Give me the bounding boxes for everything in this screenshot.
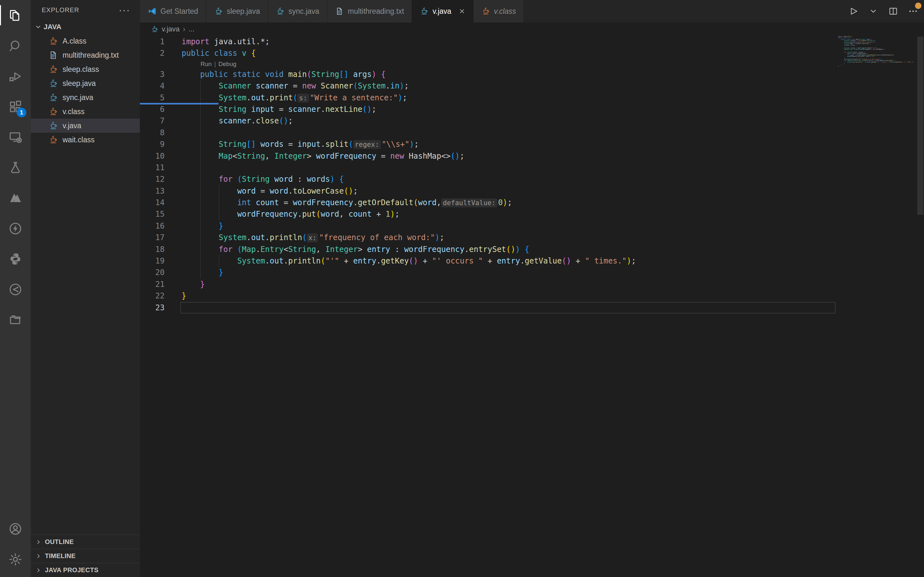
- line-content[interactable]: System.out.print(s:"Write a sentence:");: [182, 92, 924, 103]
- line-content[interactable]: [182, 127, 924, 139]
- line-content[interactable]: String input = scanner.nextLine();: [182, 103, 924, 115]
- line-content[interactable]: }: [182, 220, 924, 232]
- activity-item-explorer[interactable]: [0, 0, 31, 31]
- code-line-2[interactable]: 2public class v {: [140, 47, 924, 59]
- file-A.class[interactable]: A.class: [31, 34, 140, 48]
- activity-item-search[interactable]: [0, 31, 31, 61]
- line-number[interactable]: 22: [140, 290, 182, 301]
- line-number[interactable]: 1: [140, 36, 182, 47]
- tab-sleep-java[interactable]: sleep.java: [206, 0, 268, 23]
- file-sleep.class[interactable]: sleep.class: [31, 62, 140, 76]
- file-multithreading.txt[interactable]: multithreading.txt: [31, 48, 140, 62]
- activity-item-project-manager[interactable]: [0, 305, 31, 335]
- line-number[interactable]: 21: [140, 279, 182, 290]
- code-line-21[interactable]: 21}: [140, 279, 924, 290]
- folder-java[interactable]: JAVA: [31, 20, 140, 34]
- tab-v-java[interactable]: v.java: [412, 0, 473, 23]
- line-number[interactable]: 19: [140, 255, 182, 267]
- breadcrumb-file[interactable]: v.java: [162, 25, 180, 33]
- file-v.class[interactable]: v.class: [31, 105, 140, 119]
- split-editor-button[interactable]: [888, 6, 898, 16]
- line-number[interactable]: 13: [140, 185, 182, 197]
- file-wait.class[interactable]: wait.class: [31, 133, 140, 147]
- code-line-19[interactable]: 19System.out.println("'" + entry.getKey(…: [140, 255, 924, 267]
- line-number[interactable]: 5: [140, 92, 182, 103]
- code-line-12[interactable]: 12for (String word : words) {: [140, 173, 924, 185]
- tab-get-started[interactable]: Get Started: [140, 0, 206, 23]
- code-line-6[interactable]: 6String input = scanner.nextLine();: [140, 103, 924, 115]
- code-line-5[interactable]: 5System.out.print(s:"Write a sentence:")…: [140, 92, 924, 103]
- activity-item-settings[interactable]: [0, 544, 31, 574]
- activity-item-live-share[interactable]: [0, 274, 31, 305]
- close-icon[interactable]: [459, 8, 465, 15]
- line-content[interactable]: word = word.toLowerCase();: [182, 185, 924, 197]
- line-number[interactable]: 17: [140, 232, 182, 243]
- activity-item-extensions[interactable]: 1: [0, 91, 31, 122]
- code-line-10[interactable]: 10Map<String, Integer> wordFrequency = n…: [140, 150, 924, 162]
- line-content[interactable]: }: [182, 267, 924, 278]
- line-number[interactable]: 6: [140, 103, 182, 115]
- tab-v-class[interactable]: v.class: [473, 0, 524, 23]
- line-number[interactable]: 2: [140, 47, 182, 59]
- tab-multithreading-txt[interactable]: multithreading.txt: [327, 0, 412, 23]
- code-line-22[interactable]: 22}: [140, 290, 924, 301]
- line-content[interactable]: String[] words = input.split(regex:"\\s+…: [182, 139, 924, 150]
- section-timeline[interactable]: TIMELINE: [31, 549, 140, 563]
- line-content[interactable]: Map<String, Integer> wordFrequency = new…: [182, 150, 924, 162]
- run-file-button[interactable]: [848, 6, 859, 16]
- line-number[interactable]: 8: [140, 127, 182, 139]
- line-content[interactable]: for (Map.Entry<String, Integer> entry : …: [182, 243, 924, 255]
- explorer-more-actions[interactable]: ···: [119, 7, 130, 13]
- code-lens-run[interactable]: Run: [200, 61, 212, 67]
- line-number[interactable]: 12: [140, 173, 182, 185]
- code-line-1[interactable]: 1import java.util.*;: [140, 36, 924, 47]
- run-options-button[interactable]: [868, 6, 879, 16]
- line-number[interactable]: 4: [140, 80, 182, 92]
- activity-item-testing[interactable]: [0, 152, 31, 183]
- line-number[interactable]: 7: [140, 115, 182, 127]
- scrollbar-slider[interactable]: [917, 37, 923, 215]
- line-content[interactable]: }: [182, 290, 924, 301]
- line-content[interactable]: }: [182, 279, 924, 290]
- section-java-projects[interactable]: JAVA PROJECTS: [31, 563, 140, 577]
- line-content[interactable]: System.out.println("'" + entry.getKey() …: [182, 255, 924, 267]
- line-number[interactable]: 9: [140, 139, 182, 150]
- line-content[interactable]: import java.util.*;: [182, 36, 924, 47]
- line-number[interactable]: 18: [140, 243, 182, 255]
- breadcrumb-more[interactable]: ...: [189, 25, 194, 33]
- line-content[interactable]: wordFrequency.put(word, count + 1);: [182, 208, 924, 220]
- code-lens-debug[interactable]: Debug: [218, 61, 236, 67]
- line-number[interactable]: 14: [140, 197, 182, 208]
- activity-item-azure[interactable]: [0, 183, 31, 213]
- code-line-13[interactable]: 13word = word.toLowerCase();: [140, 185, 924, 197]
- line-content[interactable]: System.out.println(x:"frequency of each …: [182, 232, 924, 243]
- line-content[interactable]: for (String word : words) {: [182, 173, 924, 185]
- code-line-9[interactable]: 9String[] words = input.split(regex:"\\s…: [140, 139, 924, 150]
- activity-item-accounts[interactable]: [0, 514, 31, 544]
- line-number[interactable]: 3: [140, 69, 182, 80]
- line-content[interactable]: int count = wordFrequency.getOrDefault(w…: [182, 197, 924, 208]
- line-number[interactable]: 10: [140, 150, 182, 162]
- code-line-11[interactable]: 11: [140, 162, 924, 173]
- code-line-7[interactable]: 7scanner.close();: [140, 115, 924, 127]
- line-number[interactable]: 20: [140, 267, 182, 278]
- code-line-18[interactable]: 18for (Map.Entry<String, Integer> entry …: [140, 243, 924, 255]
- activity-item-thunder-client[interactable]: [0, 213, 31, 243]
- file-sync.java[interactable]: sync.java: [31, 90, 140, 105]
- line-content[interactable]: scanner.close();: [182, 115, 924, 127]
- activity-item-remote-explorer[interactable]: [0, 122, 31, 152]
- code-line-23[interactable]: 23: [140, 302, 924, 314]
- code-line-20[interactable]: 20}: [140, 267, 924, 278]
- minimap[interactable]: import java.util.*;public class v {publi…: [838, 36, 917, 215]
- code-line-3[interactable]: 3public static void main(String[] args) …: [140, 69, 924, 80]
- line-content[interactable]: public class v {: [182, 47, 924, 59]
- line-content[interactable]: [182, 162, 924, 173]
- section-outline[interactable]: OUTLINE: [31, 535, 140, 549]
- code-line-8[interactable]: 8: [140, 127, 924, 139]
- code-line-16[interactable]: 16}: [140, 220, 924, 232]
- line-number[interactable]: 15: [140, 208, 182, 220]
- code-line-15[interactable]: 15wordFrequency.put(word, count + 1);: [140, 208, 924, 220]
- code-line-17[interactable]: 17System.out.println(x:"frequency of eac…: [140, 232, 924, 243]
- line-content[interactable]: [182, 302, 924, 314]
- activity-item-python[interactable]: [0, 243, 31, 274]
